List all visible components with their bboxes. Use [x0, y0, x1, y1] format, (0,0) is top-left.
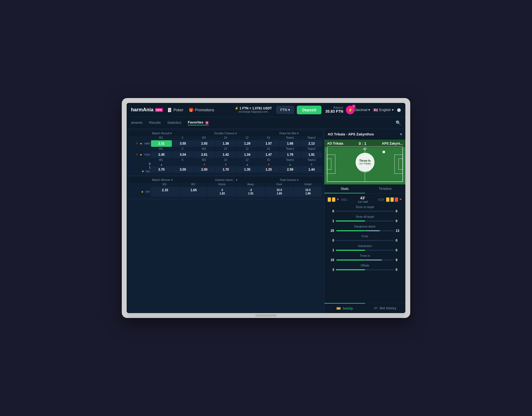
- col-12: 12: [237, 136, 258, 139]
- cell-r1-w1[interactable]: 2.31: [151, 140, 172, 147]
- row3-star[interactable]: ★: [142, 170, 144, 173]
- nav-statistics[interactable]: Statistics: [167, 121, 181, 125]
- col-headers-row1: W1 X W2 1X 12 X2 Team1 Team2: [129, 136, 322, 139]
- match-time-field: 43': [363, 147, 367, 151]
- decimal-dropdown[interactable]: Decimal ▾: [354, 108, 370, 112]
- home-yellow-card-1: [328, 197, 331, 202]
- arrow-down-r3c6: ▼: [267, 163, 270, 166]
- row2-flag: 🏳: [136, 153, 139, 156]
- second-navigation: aments Results Statistics Favorites 4 🔍: [127, 117, 405, 129]
- type-double-chance[interactable]: Double Chance ▾: [214, 132, 237, 135]
- col-w1: W1: [150, 136, 172, 139]
- cell-s2-under[interactable]: 22.5 1.89: [294, 187, 322, 197]
- cell-s2-home[interactable]: 2 1.83: [208, 187, 236, 197]
- wallet-button[interactable]: ⚡ 1: [346, 106, 354, 114]
- row3-cells: ▲ 3.70 ▲ 3.00 ▼ 2.00: [151, 163, 322, 173]
- row1-flag: 🏳: [136, 142, 139, 145]
- type-games-hand[interactable]: Games Hand... ▾: [215, 178, 238, 182]
- cell-r3-x2[interactable]: 1.25: [258, 166, 279, 173]
- cell-r1-x2[interactable]: 1.57: [258, 140, 279, 147]
- col-w2: W2: [193, 136, 215, 139]
- cell-s2-over[interactable]: 22.5 1.85: [265, 187, 294, 197]
- language-dropdown[interactable]: 🇬🇧 English ▾: [373, 108, 394, 112]
- row-s2-cells: 2.15 1.65 2 1.83 -2 1.91 22.5: [151, 187, 322, 197]
- cell-r1-team2[interactable]: 2.13: [301, 140, 322, 147]
- match-time-row: ⚑ 0 0 1 43' 1st Half: [328, 196, 402, 203]
- home-team-name: AO Trikala: [327, 142, 343, 145]
- home-yellow-card-2: [332, 197, 335, 202]
- stats-tab[interactable]: Stats: [324, 184, 365, 193]
- bet-row-1: 🏳 ★ +669 2.31 3.55 2.93 1.38 1.29 1.57 1…: [129, 140, 322, 147]
- cell-s2-away[interactable]: -2 1.91: [237, 187, 265, 197]
- nav-tournaments[interactable]: aments: [131, 121, 143, 125]
- bet-history-tab[interactable]: 🏷 Bet history: [365, 303, 406, 313]
- cell-r3-1x[interactable]: 1.70: [215, 166, 236, 173]
- cell-r1-x[interactable]: 3.55: [172, 140, 193, 147]
- away-yellow-card-1: [386, 197, 389, 202]
- type-match-winner[interactable]: Match Winner ▾: [152, 178, 173, 182]
- col-headers-row2: W1 X W2 1X 12 X2 Team1 Team2: [129, 147, 322, 150]
- main-layout: Match Result ▾ Double Chance ▾ Draw No B…: [127, 129, 405, 313]
- nav-promotions[interactable]: 🎁 Promotions: [189, 108, 214, 112]
- cell-r2-x2[interactable]: 1.47: [258, 151, 279, 158]
- stats-content: ⚑ 0 0 1 43' 1st Half: [324, 194, 405, 303]
- nav-favorites[interactable]: Favorites 4: [188, 120, 209, 125]
- nav-results[interactable]: Results: [149, 121, 161, 125]
- favorites-badge: 4: [205, 121, 209, 124]
- row1-star[interactable]: ★: [140, 142, 142, 145]
- stat-fouls: Fouls 0 0: [328, 235, 402, 242]
- ftn-selector[interactable]: FTN ▾: [276, 106, 294, 114]
- currency-info: ⚡ 1 FTN = 1.0781 USDT exchange.fulgurpay…: [235, 106, 272, 113]
- cell-r2-team2[interactable]: 1.91: [301, 151, 322, 158]
- brand-new-badge: NEW: [155, 108, 163, 112]
- type-draw-no-bet[interactable]: Draw No Bet ▾: [279, 132, 298, 135]
- cell-r3-12[interactable]: 1.35: [237, 166, 258, 173]
- cell-r1-12[interactable]: 1.29: [237, 140, 258, 147]
- cell-r2-w1[interactable]: 2.45: [151, 151, 172, 158]
- cell-s2-w2[interactable]: 1.65: [180, 187, 208, 197]
- s2-star[interactable]: ★: [141, 190, 144, 194]
- cell-r2-12[interactable]: 1.34: [237, 151, 258, 158]
- home-flag: ⚑: [336, 198, 339, 202]
- cell-r3-x[interactable]: 3.00: [172, 166, 193, 173]
- deposit-button[interactable]: Deposit: [297, 106, 321, 114]
- section-type-bar-2: Match Winner ▾ Games Hand... ▾ Total Gam…: [129, 177, 322, 183]
- cell-r3-team2[interactable]: 1.44: [301, 166, 322, 173]
- cell-r1-team1[interactable]: 1.68: [280, 140, 301, 147]
- cell-r2-1x[interactable]: 1.42: [215, 151, 236, 158]
- cell-r3-w1[interactable]: 3.70: [151, 166, 172, 173]
- betslip-tab[interactable]: 🎫 betslip: [324, 303, 365, 313]
- cell-r2-team1[interactable]: 1.79: [280, 151, 301, 158]
- cell-s2-w1[interactable]: 2.15: [151, 187, 179, 197]
- match-dropdown-icon[interactable]: ▾: [400, 132, 402, 137]
- match-title: AO Trikala - APS Zakynthos: [328, 132, 374, 136]
- home-team-cards: ⚑ 0 0 1: [328, 197, 347, 202]
- away-red-card: [395, 197, 398, 202]
- cell-r2-w2[interactable]: 2.61: [194, 151, 215, 158]
- bottom-tabs: 🎫 betslip 🏷 Bet history: [324, 303, 405, 313]
- search-button[interactable]: 🔍: [396, 120, 401, 125]
- brand-name: harmAnia: [131, 107, 153, 113]
- cell-r3-team1[interactable]: 2.59: [280, 166, 301, 173]
- nav-poker[interactable]: 🃏 Poker: [167, 108, 183, 112]
- arrow-down-r3c8: ▼: [310, 163, 313, 166]
- row2-star[interactable]: ★: [140, 153, 142, 157]
- stat-offside: Offside 3 0: [328, 264, 402, 272]
- timeline-tab[interactable]: Timeline: [365, 184, 406, 193]
- cell-r2-x[interactable]: 3.04: [172, 151, 193, 158]
- type-match-result[interactable]: Match Result ▾: [152, 132, 172, 135]
- cell-r1-1x[interactable]: 1.38: [215, 140, 236, 147]
- field-visualization: AO Trikala 0 : 1 APS Zakynt... 43': [324, 140, 405, 184]
- type-total-games[interactable]: Total Games ▾: [280, 178, 299, 182]
- exchange-rate: ⚡ 1 FTN = 1.0781 USDT: [235, 106, 272, 110]
- cell-r1-w2[interactable]: 2.93: [194, 140, 215, 147]
- away-flag: ⚑: [399, 198, 402, 202]
- cell-r3-w2[interactable]: 2.00: [194, 166, 215, 173]
- ftn-dropdown-icon: ▾: [288, 108, 290, 112]
- stats-timeline-tabs: Stats Timeline: [324, 184, 405, 194]
- match-half: 1st Half: [347, 200, 379, 203]
- left-panel: Match Result ▾ Double Chance ▾ Draw No B…: [127, 129, 324, 313]
- throw-in-event: Throw In AO Trikala: [356, 153, 375, 172]
- section-match-result: Match Result ▾ Double Chance ▾ Draw No B…: [127, 129, 324, 176]
- theme-toggle[interactable]: ⬤: [397, 108, 401, 112]
